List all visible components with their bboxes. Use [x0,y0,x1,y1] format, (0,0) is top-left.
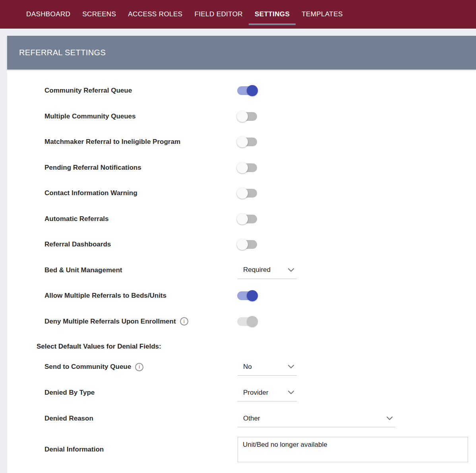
row-contact-information-warning: Contact Information Warning [7,180,476,206]
select-send-to-community-queue[interactable]: No [238,358,297,376]
select-value: Provider [243,389,268,397]
panel-header: REFERRAL SETTINGS [7,36,476,70]
row-matchmaker-referral-ineligible: Matchmaker Referral to Ineligible Progra… [7,129,476,155]
setting-label: Deny Multiple Referrals Upon Enrollment … [45,317,188,326]
setting-label: Denied Reason [45,414,93,423]
row-community-referral-queue: Community Referral Queue [7,78,476,104]
toggle-thumb [237,162,248,173]
row-denied-reason: Denied Reason Other [7,406,476,432]
toggle-pending-referral-notifications[interactable] [237,162,258,173]
select-value: No [243,363,252,371]
toggle-automatic-referrals[interactable] [237,213,258,225]
setting-label-text: Send to Community Queue [45,363,131,371]
chevron-down-icon [288,268,294,272]
toggle-multiple-community-queues[interactable] [237,111,258,122]
toggle-allow-multiple-referrals[interactable] [237,290,258,301]
setting-label: Community Referral Queue [45,86,132,95]
setting-label: Denial Information [45,445,104,454]
setting-label: Matchmaker Referral to Ineligible Progra… [45,138,180,146]
nav-tab-screens[interactable]: SCREENS [82,10,116,18]
row-referral-dashboards: Referral Dashboards [7,232,476,258]
chevron-down-icon [288,390,294,395]
row-multiple-community-queues: Multiple Community Queues [7,104,476,130]
row-send-to-community-queue: Send to Community Queue i No [7,354,476,380]
setting-label: Multiple Community Queues [45,112,136,121]
info-icon[interactable]: i [135,363,143,371]
select-bed-unit-management[interactable]: Required [238,262,297,279]
select-value: Required [243,266,271,274]
toggle-thumb [237,136,248,147]
setting-label: Referral Dashboards [45,240,111,249]
row-denied-by-type: Denied By Type Provider [7,380,476,406]
select-denied-by-type[interactable]: Provider [238,384,297,401]
top-nav: DASHBOARD SCREENS ACCESS ROLES FIELD EDI… [0,0,476,29]
toggle-deny-multiple-referrals[interactable] [237,316,258,327]
setting-label: Bed & Unit Management [45,266,122,275]
page-background-strip [0,29,476,36]
row-denial-information: Denial Information Unit/Bed no longer av… [7,432,476,467]
toggle-thumb [237,213,248,225]
denial-information-input[interactable]: Unit/Bed no longer available [238,437,468,462]
denial-defaults-section: Select Default Values for Denial Fields: [7,339,476,354]
toggle-thumb [247,316,258,327]
select-value: Other [243,415,260,423]
settings-content: Community Referral Queue Multiple Commun… [7,70,476,467]
row-deny-multiple-referrals: Deny Multiple Referrals Upon Enrollment … [7,309,476,335]
setting-label: Allow Multiple Referrals to Beds/Units [45,291,166,300]
info-icon[interactable]: i [180,317,188,326]
row-bed-unit-management: Bed & Unit Management Required [7,258,476,283]
setting-label: Contact Information Warning [45,189,137,198]
toggle-thumb [237,188,248,199]
setting-label: Automatic Referrals [45,215,109,223]
nav-tab-templates[interactable]: TEMPLATES [302,10,342,18]
toggle-matchmaker-referral-ineligible[interactable] [237,136,258,147]
chevron-down-icon [386,416,393,421]
setting-label: Denied By Type [45,388,95,397]
toggle-referral-dashboards[interactable] [237,239,258,250]
toggle-thumb [247,85,258,96]
referral-settings-panel: REFERRAL SETTINGS Community Referral Que… [7,36,476,473]
toggle-thumb [237,239,248,250]
nav-tab-access-roles[interactable]: ACCESS ROLES [128,10,182,18]
row-allow-multiple-referrals: Allow Multiple Referrals to Beds/Units [7,283,476,309]
nav-tab-field-editor[interactable]: FIELD EDITOR [194,10,243,18]
toggle-thumb [247,290,258,301]
row-automatic-referrals: Automatic Referrals [7,206,476,232]
nav-tab-dashboard[interactable]: DASHBOARD [26,10,70,18]
toggle-contact-information-warning[interactable] [237,188,258,199]
chevron-down-icon [288,364,294,369]
nav-tab-settings[interactable]: SETTINGS [255,10,290,18]
setting-label: Pending Referral Notifications [45,163,141,172]
page-title: REFERRAL SETTINGS [19,48,106,57]
section-title: Select Default Values for Denial Fields: [37,343,161,351]
setting-label-text: Deny Multiple Referrals Upon Enrollment [45,317,176,326]
row-pending-referral-notifications: Pending Referral Notifications [7,155,476,181]
toggle-thumb [237,111,248,122]
setting-label: Send to Community Queue i [45,363,143,371]
select-denied-reason[interactable]: Other [238,410,395,427]
toggle-community-referral-queue[interactable] [237,85,258,96]
